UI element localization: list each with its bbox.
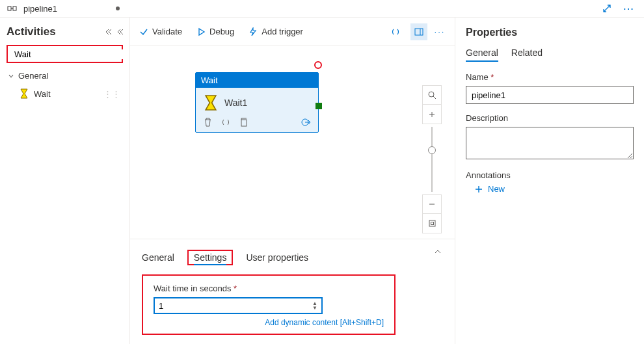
- number-spinner[interactable]: ▲▼: [312, 301, 317, 310]
- pipeline-description-input[interactable]: [466, 127, 634, 159]
- svg-rect-1: [13, 7, 16, 10]
- add-dynamic-content-link[interactable]: Add dynamic content [Alt+Shift+D]: [154, 318, 384, 327]
- top-tab-bar: pipeline1 ···: [0, 0, 644, 18]
- activity-group-label: General: [18, 71, 48, 81]
- zoom-fit-button[interactable]: [422, 214, 442, 233]
- activity-settings-panel: General Settings User properties Wait ti…: [130, 239, 455, 344]
- pipeline-canvas[interactable]: Wait Wait1: [130, 46, 455, 239]
- name-label: Name *: [466, 72, 634, 82]
- wait-time-label: Wait time in seconds *: [154, 284, 384, 293]
- activity-item-label: Wait: [34, 89, 51, 99]
- description-label: Description: [466, 113, 634, 123]
- activities-heading: Activities: [7, 25, 56, 38]
- validate-label: Validate: [152, 27, 182, 36]
- copy-icon[interactable]: [239, 118, 248, 127]
- hourglass-icon: [204, 94, 218, 111]
- play-icon: [196, 27, 206, 36]
- activities-search-input[interactable]: [12, 49, 124, 59]
- tab-general[interactable]: General: [142, 250, 174, 265]
- hide-panel-icon[interactable]: [116, 28, 123, 36]
- svg-rect-5: [415, 29, 423, 35]
- activity-group-general[interactable]: General: [8, 71, 123, 81]
- properties-toggle-button[interactable]: [410, 23, 427, 40]
- add-trigger-label: Add trigger: [262, 27, 303, 36]
- props-tab-general[interactable]: General: [466, 47, 498, 62]
- delete-icon[interactable]: [204, 118, 212, 127]
- properties-heading: Properties: [466, 27, 634, 38]
- svg-rect-7: [241, 120, 247, 126]
- debug-button[interactable]: Debug: [196, 27, 234, 36]
- annotations-label: Annotations: [466, 170, 634, 180]
- debug-label: Debug: [209, 27, 234, 36]
- hourglass-icon: [20, 88, 29, 99]
- add-annotation-button[interactable]: New: [475, 184, 634, 194]
- validate-button[interactable]: Validate: [139, 27, 182, 36]
- unsaved-indicator: [116, 7, 120, 10]
- add-annotation-label: New: [488, 184, 505, 194]
- wait-time-input-wrapper[interactable]: ▲▼: [154, 297, 323, 314]
- wait-activity-node[interactable]: Wait Wait1: [195, 72, 319, 133]
- trigger-icon: [248, 27, 258, 36]
- zoom-out-button[interactable]: [422, 194, 442, 214]
- node-type-label: Wait: [196, 73, 318, 88]
- code-view-button[interactable]: [387, 23, 404, 40]
- svg-point-9: [429, 92, 434, 97]
- toolbar-more-icon[interactable]: ···: [434, 26, 446, 38]
- svg-rect-0: [8, 7, 11, 10]
- props-tab-related[interactable]: Related: [511, 47, 543, 62]
- node-error-indicator: [314, 61, 322, 69]
- svg-rect-12: [431, 222, 433, 225]
- svg-line-10: [433, 96, 436, 99]
- tab-user-properties[interactable]: User properties: [246, 250, 308, 265]
- plus-icon: [475, 185, 483, 193]
- pipeline-icon: [7, 5, 20, 12]
- pipeline-name-input[interactable]: [466, 86, 634, 104]
- check-icon: [139, 27, 148, 36]
- svg-rect-11: [429, 220, 435, 226]
- activities-sidebar: Activities General Wait ⋮⋮: [0, 18, 130, 344]
- node-success-port[interactable]: [315, 103, 322, 109]
- add-trigger-button[interactable]: Add trigger: [248, 27, 303, 36]
- tab-settings[interactable]: Settings: [187, 250, 234, 265]
- activity-item-wait[interactable]: Wait ⋮⋮: [7, 85, 123, 103]
- activities-search[interactable]: [7, 45, 123, 63]
- chevron-down-icon: [8, 73, 14, 79]
- zoom-controls: [422, 85, 442, 233]
- expand-icon[interactable]: [601, 3, 613, 14]
- collapse-activities-icon[interactable]: [106, 28, 114, 36]
- code-icon[interactable]: [221, 118, 230, 126]
- zoom-search-button[interactable]: [422, 85, 442, 105]
- more-icon[interactable]: ···: [623, 3, 635, 14]
- pipeline-toolbar: Validate Debug Add trigger ···: [130, 18, 455, 46]
- zoom-in-button[interactable]: [422, 105, 442, 124]
- zoom-thumb[interactable]: [428, 146, 436, 154]
- node-output-icon[interactable]: [301, 118, 312, 127]
- collapse-panel-icon[interactable]: [434, 248, 442, 255]
- node-name: Wait1: [224, 98, 247, 108]
- drag-grip-icon: ⋮⋮: [103, 89, 120, 99]
- zoom-slider[interactable]: [431, 127, 433, 192]
- wait-time-input[interactable]: [159, 301, 312, 311]
- properties-panel: Properties General Related Name * Descri…: [455, 18, 644, 344]
- pipeline-tab-title[interactable]: pipeline1: [23, 4, 57, 14]
